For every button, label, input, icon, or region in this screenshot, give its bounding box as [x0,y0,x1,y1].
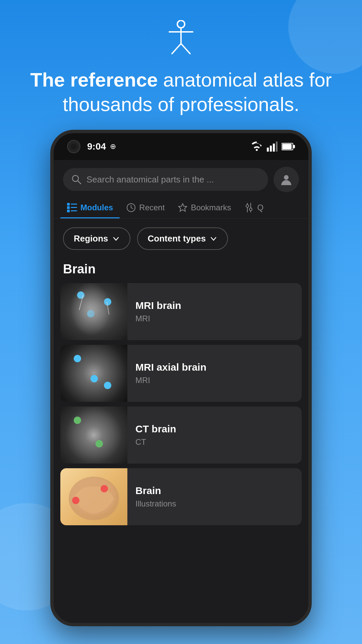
svg-point-23 [246,205,249,207]
status-bar: 9:04 ⊕ [54,133,308,160]
annotation-dot [74,355,81,362]
tab-filter[interactable]: Q [238,198,270,218]
tab-recent-label: Recent [139,203,165,212]
module-name: Brain [135,485,294,496]
module-info-ct: CT brain CT [127,417,302,453]
tab-filter-label: Q [257,203,263,212]
module-info-mri-axial: MRI axial brain MRI [127,355,302,392]
module-image-ct [60,407,127,464]
svg-point-0 [177,20,185,28]
status-time: 9:04 [87,141,106,152]
hero-title: The reference anatomical atlas for thous… [13,68,349,116]
svg-point-24 [249,208,252,211]
module-image-mri-axial [60,345,127,402]
pin-line [107,302,110,315]
content-types-filter-label: Content types [148,233,206,244]
svg-rect-11 [293,145,295,148]
svg-rect-16 [67,206,70,209]
search-bar-container: Search anatomical parts in the ... [54,160,308,196]
tab-recent[interactable]: Recent [120,198,171,218]
module-type: CT [135,437,294,447]
filter-icon [244,203,254,212]
module-item-mri-axial-brain[interactable]: MRI axial brain MRI [60,345,302,402]
battery-icon [282,143,295,151]
annotation-dot [77,291,84,299]
tab-modules[interactable]: Modules [60,198,120,218]
search-icon [71,174,82,185]
chevron-down-icon [112,235,120,243]
svg-rect-10 [282,144,292,149]
module-type: MRI [135,376,294,385]
body-icon [166,20,196,58]
svg-marker-22 [179,204,187,211]
svg-line-4 [181,44,190,54]
phone-container: 9:04 ⊕ [0,130,362,626]
svg-rect-6 [270,146,272,152]
module-type: MRI [135,314,294,323]
module-item-ct-brain[interactable]: CT brain CT [60,407,302,464]
module-item-mri-brain[interactable]: MRI brain MRI [60,283,302,340]
status-icons [251,142,295,152]
phone-screen: Search anatomical parts in the ... [54,160,308,623]
svg-rect-20 [71,210,77,211]
svg-rect-7 [273,144,275,152]
search-bar[interactable]: Search anatomical parts in the ... [63,168,268,191]
hero-title-bold: The reference [30,69,158,91]
annotation-dot [72,497,79,504]
svg-rect-8 [276,142,278,152]
tab-modules-label: Modules [80,203,113,212]
svg-line-3 [172,44,181,54]
wifi-icon [251,142,263,152]
module-name: MRI brain [135,300,294,311]
hero-section: The reference anatomical atlas for thous… [0,0,362,130]
notification-icon: ⊕ [110,142,116,151]
annotation-dot [90,375,98,382]
module-info-illustrations: Brain Illustrations [127,478,302,515]
module-image-mri-brain [60,283,127,340]
signal-icon [267,142,278,152]
module-info-mri-brain: MRI brain MRI [127,293,302,330]
annotation-dot [104,298,111,306]
profile-button[interactable] [274,167,299,192]
module-type: Illustrations [135,499,294,508]
brain-illustration-svg [60,468,127,525]
annotation-dot [87,310,95,317]
pin-line [79,296,83,310]
svg-rect-19 [71,207,77,208]
phone-frame: 9:04 ⊕ [50,130,312,626]
annotation-dot [96,440,103,447]
regions-filter-button[interactable]: Regions [63,227,130,250]
camera [67,140,80,153]
tab-bookmarks-label: Bookmarks [191,203,231,212]
module-item-brain-illustrations[interactable]: Brain Illustrations [60,468,302,525]
annotation-dot [74,417,81,424]
regions-filter-label: Regions [74,233,108,244]
svg-rect-15 [67,203,70,206]
svg-rect-5 [267,148,269,152]
tab-bookmarks[interactable]: Bookmarks [171,198,238,218]
annotation-dot [101,485,108,492]
modules-icon [67,203,77,212]
svg-rect-18 [71,204,77,205]
section-title-brain: Brain [54,259,308,283]
clock-icon [126,203,136,212]
nav-tabs: Modules Recent Bookmarks [54,196,308,219]
annotation-dot [104,382,111,389]
search-placeholder-text: Search anatomical parts in the ... [86,174,214,185]
module-list: MRI brain MRI MRI axial brain [54,283,308,525]
svg-point-14 [284,175,289,180]
star-icon [178,203,187,212]
svg-line-13 [78,181,81,184]
svg-rect-17 [67,210,70,212]
content-types-filter-button[interactable]: Content types [137,227,228,250]
module-name: CT brain [135,423,294,435]
filter-buttons: Regions Content types [54,219,308,259]
module-name: MRI axial brain [135,362,294,373]
module-image-illustration [60,468,127,525]
chevron-down-icon-2 [210,235,217,243]
profile-icon [280,173,293,186]
